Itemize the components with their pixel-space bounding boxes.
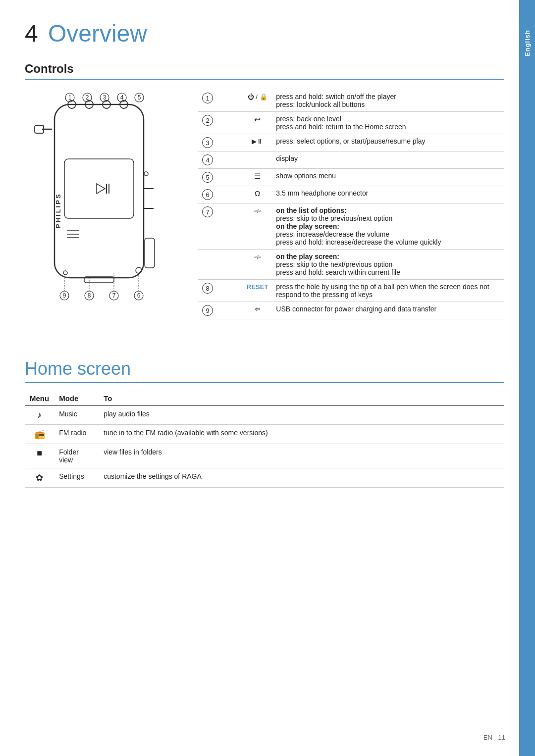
svg-point-27: [144, 172, 148, 176]
control-num: 8: [198, 280, 243, 302]
device-illustration: 1 2 3 4 5 PHILIPS: [25, 90, 183, 339]
control-icon: ☰: [243, 169, 272, 186]
home-table-row: 📻 FM radio tune in to the FM radio (avai…: [25, 425, 504, 444]
home-icon: ■: [25, 444, 54, 468]
home-to: play audio files: [99, 406, 504, 425]
controls-title: Controls: [25, 62, 504, 80]
home-icon: ✿: [25, 468, 54, 488]
home-table: Menu Mode To ♪ Music play audio files 📻 …: [25, 391, 504, 488]
svg-text:4: 4: [120, 94, 124, 101]
svg-text:5: 5: [138, 94, 141, 101]
control-desc: press the hole by using the tip of a bal…: [272, 280, 504, 302]
table-row: 6 Ω 3.5 mm headphone connector: [198, 186, 504, 203]
svg-marker-21: [97, 184, 105, 194]
control-desc: press: back one levelpress and hold: ret…: [272, 112, 504, 134]
control-icon: RESET: [243, 280, 272, 302]
home-icon: 📻: [25, 425, 54, 444]
home-table-header: Menu Mode To: [25, 391, 504, 406]
svg-rect-1: [64, 159, 134, 218]
svg-text:1: 1: [68, 94, 72, 101]
control-icon: ◦◦/◦◦: [243, 250, 272, 280]
control-desc: USB connector for power charging and dat…: [272, 302, 504, 319]
control-icon: ◦◦/◦◦: [243, 203, 272, 250]
home-icon: ♪: [25, 406, 54, 425]
col-to: To: [99, 391, 504, 406]
home-screen-title: Home screen: [25, 358, 504, 383]
control-desc: on the play screen: press: skip to the n…: [272, 250, 504, 280]
language-tab: English: [524, 30, 531, 56]
language-sidebar: English: [519, 0, 535, 756]
control-num: 6: [198, 186, 243, 203]
controls-table: 1 ⏻ / 🔒 press and hold: switch on/off th…: [198, 90, 504, 319]
home-to: view files in folders: [99, 444, 504, 468]
svg-text:9: 9: [63, 292, 66, 299]
control-icon: ↩: [243, 112, 272, 134]
page-footer: EN 11: [483, 734, 505, 741]
home-to: customize the settings of RAGA: [99, 468, 504, 488]
col-mode: Mode: [54, 391, 99, 406]
control-num: 2: [198, 112, 243, 134]
table-row: 5 ☰ show options menu: [198, 169, 504, 186]
control-icon: ▶⏸: [243, 134, 272, 151]
control-num: 5: [198, 169, 243, 186]
home-table-row: ✿ Settings customize the settings of RAG…: [25, 468, 504, 488]
svg-text:3: 3: [103, 94, 107, 101]
control-desc: 3.5 mm headphone connector: [272, 186, 504, 203]
svg-text:6: 6: [137, 292, 141, 299]
svg-rect-43: [145, 238, 155, 268]
control-num: 4: [198, 151, 243, 169]
control-desc: show options menu: [272, 169, 504, 186]
control-desc: press and hold: switch on/off the player…: [272, 90, 504, 112]
svg-rect-0: [54, 104, 144, 278]
controls-section: Controls: [25, 62, 504, 339]
control-desc: press: select options, or start/pause/re…: [272, 134, 504, 151]
svg-text:8: 8: [88, 292, 91, 299]
home-mode: Folder view: [54, 444, 99, 468]
control-desc: on the list of options: press: skip to t…: [272, 203, 504, 250]
control-num: [198, 250, 243, 280]
home-mode: FM radio: [54, 425, 99, 444]
control-icon: ⏻ / 🔒: [243, 90, 272, 112]
svg-text:7: 7: [112, 292, 116, 299]
home-to: tune in to the FM radio (available with …: [99, 425, 504, 444]
control-icon: Ω: [243, 186, 272, 203]
table-row: 7 ◦◦/◦◦ on the list of options: press: s…: [198, 203, 504, 250]
table-row: 9 ⇦ USB connector for power charging and…: [198, 302, 504, 319]
svg-text:PHILIPS: PHILIPS: [54, 193, 62, 228]
control-num: 1: [198, 90, 243, 112]
home-screen-section: Home screen Menu Mode To ♪ Music play au…: [25, 358, 504, 488]
table-row: 3 ▶⏸ press: select options, or start/pau…: [198, 134, 504, 151]
svg-text:2: 2: [86, 94, 89, 101]
table-row: ◦◦/◦◦ on the play screen: press: skip to…: [198, 250, 504, 280]
table-row: 1 ⏻ / 🔒 press and hold: switch on/off th…: [198, 90, 504, 112]
control-desc: display: [272, 151, 504, 169]
svg-point-42: [136, 267, 142, 273]
home-table-row: ■ Folder view view files in folders: [25, 444, 504, 468]
svg-point-41: [63, 271, 67, 275]
table-row: 4 display: [198, 151, 504, 169]
controls-table-wrap: 1 ⏻ / 🔒 press and hold: switch on/off th…: [198, 90, 504, 339]
table-row: 8 RESET press the hole by using the tip …: [198, 280, 504, 302]
control-icon: [243, 151, 272, 169]
control-num: 3: [198, 134, 243, 151]
home-mode: Music: [54, 406, 99, 425]
control-num: 7: [198, 203, 243, 250]
col-menu: Menu: [25, 391, 54, 406]
page-title: 4 Overview: [25, 20, 504, 47]
control-icon: ⇦: [243, 302, 272, 319]
control-num: 9: [198, 302, 243, 319]
table-row: 2 ↩ press: back one levelpress and hold:…: [198, 112, 504, 134]
home-table-row: ♪ Music play audio files: [25, 406, 504, 425]
home-mode: Settings: [54, 468, 99, 488]
